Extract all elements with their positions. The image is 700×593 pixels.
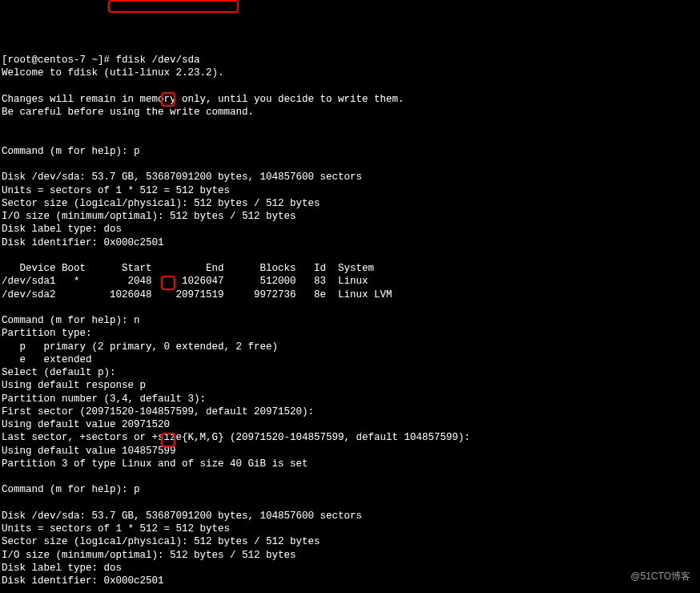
disk-info-line-2: Disk /dev/sda: 53.7 GB, 53687091200 byte… [2,510,698,522]
shell-prompt-line[interactable]: [root@centos-7 ~]# fdisk /dev/sda [2,54,698,67]
becareful-line: Be careful before using the write comman… [2,106,698,119]
sector-size-line: Sector size (logical/physical): 512 byte… [2,197,698,210]
partition-table-header: Device Boot Start End Blocks Id System [2,262,698,275]
io-size-line: I/O size (minimum/optimal): 512 bytes / … [2,210,698,223]
units-line-2: Units = sectors of 1 * 512 = 512 bytes [2,522,698,535]
user-input-p1: p [134,146,140,157]
command-prompt-2[interactable]: Command (m for help): n [2,314,698,327]
disk-id-line: Disk identifier: 0x000c2501 [2,236,698,249]
changes-warning-line: Changes will remain in memory only, unti… [2,93,698,106]
units-line: Units = sectors of 1 * 512 = 512 bytes [2,184,698,197]
sector-size-line-2: Sector size (logical/physical): 512 byte… [2,535,698,548]
partition-table-row: /dev/sda1 * 2048 1026047 512000 83 Linux [2,275,698,288]
select-default-line[interactable]: Select (default p): [2,366,698,379]
watermark-text: @51CTO博客 [630,571,690,583]
user-input-n: n [134,315,140,326]
partition-type-line: Partition type: [2,327,698,340]
first-sector-line[interactable]: First sector (20971520-104857599, defaul… [2,405,698,418]
using-default-first-line: Using default value 20971520 [2,418,698,431]
ptype-extended-line: e extended [2,353,698,366]
io-size-line-2: I/O size (minimum/optimal): 512 bytes / … [2,549,698,562]
terminal-output: [root@centos-7 ~]# fdisk /dev/sdaWelcome… [2,54,698,593]
using-default-last-line: Using default value 104857599 [2,445,698,458]
user-input-p2: p [134,484,140,495]
disk-label-line-2: Disk label type: dos [2,562,698,575]
using-default-p-line: Using default response p [2,379,698,392]
disk-info-line: Disk /dev/sda: 53.7 GB, 53687091200 byte… [2,171,698,184]
ptype-primary-line: p primary (2 primary, 0 extended, 2 free… [2,341,698,353]
command-prompt-1[interactable]: Command (m for help): p [2,145,698,158]
partition-number-line[interactable]: Partition number (3,4, default 3): [2,393,698,405]
disk-id-line-2: Disk identifier: 0x000c2501 [2,575,698,587]
partition-set-line: Partition 3 of type Linux and of size 40… [2,458,698,470]
partition-table-row: /dev/sda2 1026048 20971519 9972736 8e Li… [2,288,698,301]
last-sector-line[interactable]: Last sector, +sectors or +size{K,M,G} (2… [2,431,698,444]
command-prompt-3[interactable]: Command (m for help): p [2,483,698,496]
disk-label-line: Disk label type: dos [2,223,698,236]
highlight-command-box [108,0,239,13]
welcome-line: Welcome to fdisk (util-linux 2.23.2). [2,67,698,79]
